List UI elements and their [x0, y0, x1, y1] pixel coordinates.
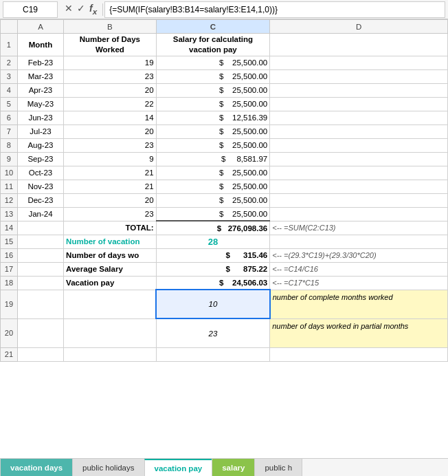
cell-d5[interactable]	[270, 97, 448, 111]
tab-vacation-days[interactable]: vacation days	[0, 459, 73, 476]
cell-a20[interactable]	[17, 318, 63, 347]
confirm-icon[interactable]: ✓	[77, 3, 85, 16]
cell-d10[interactable]	[270, 166, 448, 180]
cell-c12[interactable]: $ 25,500.00	[156, 193, 270, 207]
cell-c6[interactable]: $ 12,516.39	[156, 111, 270, 125]
cell-d15[interactable]	[270, 235, 448, 248]
cell-d2[interactable]	[270, 56, 448, 69]
cell-d17[interactable]: <-- =C14/C16	[270, 262, 448, 276]
cell-b19[interactable]	[64, 290, 157, 318]
cell-b21[interactable]	[64, 347, 157, 361]
cell-a4[interactable]: Apr-23	[17, 83, 63, 97]
cell-a1[interactable]: Month	[17, 34, 63, 56]
cell-c2[interactable]: $ 25,500.00	[156, 56, 270, 69]
cell-a13[interactable]: Jan-24	[17, 207, 63, 221]
cell-d16[interactable]: <-- =(29.3*C19)+(29.3/30*C20)	[270, 248, 448, 262]
cell-b5[interactable]: 22	[64, 97, 157, 111]
cancel-icon[interactable]: ✕	[65, 3, 73, 16]
cell-a21[interactable]	[17, 347, 63, 361]
cell-d19[interactable]: number of complete months worked	[270, 290, 448, 318]
cell-c9[interactable]: $ 8,581.97	[156, 152, 270, 166]
cell-b6[interactable]: 14	[64, 111, 157, 125]
cell-b15[interactable]: Number of vacation	[64, 235, 157, 248]
cell-d9[interactable]	[270, 152, 448, 166]
cell-b3[interactable]: 23	[64, 69, 157, 83]
cell-a7[interactable]: Jul-23	[17, 125, 63, 138]
cell-b20[interactable]	[64, 318, 157, 347]
cell-c10[interactable]: $ 25,500.00	[156, 166, 270, 180]
cell-c17[interactable]: $ 875.22	[156, 262, 270, 276]
tab-salary[interactable]: salary	[212, 459, 255, 476]
cell-a16[interactable]	[17, 248, 63, 262]
cell-a3[interactable]: Mar-23	[17, 69, 63, 83]
cell-a12[interactable]: Dec-23	[17, 193, 63, 207]
cell-b9[interactable]: 9	[64, 152, 157, 166]
cell-b18[interactable]: Vacation pay	[64, 276, 157, 290]
cell-b16[interactable]: Number of days wo	[64, 248, 157, 262]
function-icon[interactable]: fx	[89, 3, 97, 16]
cell-d12[interactable]	[270, 193, 448, 207]
row-num-5: 5	[1, 97, 18, 111]
cell-d13[interactable]	[270, 207, 448, 221]
cell-d20[interactable]: number of days worked in partial months	[270, 318, 448, 347]
cell-a8[interactable]: Aug-23	[17, 138, 63, 152]
cell-b17[interactable]: Average Salary	[64, 262, 157, 276]
cell-a5[interactable]: May-23	[17, 97, 63, 111]
cell-d4[interactable]	[270, 83, 448, 97]
col-header-d[interactable]: D	[270, 20, 448, 34]
cell-a11[interactable]: Nov-23	[17, 180, 63, 193]
cell-a10[interactable]: Oct-23	[17, 166, 63, 180]
row-num-1: 1	[1, 34, 18, 56]
col-header-a[interactable]: A	[17, 20, 63, 34]
cell-b7[interactable]: 20	[64, 125, 157, 138]
cell-d6[interactable]	[270, 111, 448, 125]
cell-reference-box[interactable]	[3, 1, 58, 18]
cell-c14[interactable]: $ 276,098.36	[156, 221, 270, 235]
cell-b8[interactable]: 23	[64, 138, 157, 152]
cell-d14[interactable]: <-- =SUM(C2:C13)	[270, 221, 448, 235]
cell-c5[interactable]: $ 25,500.00	[156, 97, 270, 111]
col-header-c[interactable]: C	[156, 20, 270, 34]
cell-b11[interactable]: 21	[64, 180, 157, 193]
cell-a9[interactable]: Sep-23	[17, 152, 63, 166]
cell-c8[interactable]: $ 25,500.00	[156, 138, 270, 152]
cell-c19[interactable]: 10	[156, 290, 270, 318]
cell-d18[interactable]: <-- =C17*C15	[270, 276, 448, 290]
cell-d1[interactable]	[270, 34, 448, 56]
formula-input[interactable]	[104, 1, 445, 18]
cell-d7[interactable]	[270, 125, 448, 138]
cell-c15[interactable]: 28	[156, 235, 270, 248]
cell-b2[interactable]: 19	[64, 56, 157, 69]
tab-public-holidays[interactable]: public holidays	[72, 459, 144, 476]
cell-b12[interactable]: 20	[64, 193, 157, 207]
tab-public-h[interactable]: public h	[254, 459, 302, 476]
cell-b13[interactable]: 23	[64, 207, 157, 221]
cell-a17[interactable]	[17, 262, 63, 276]
cell-d21[interactable]	[270, 347, 448, 361]
cell-a14[interactable]	[17, 221, 63, 235]
tab-vacation-pay[interactable]: vacation pay	[144, 459, 213, 476]
cell-c3[interactable]: $ 25,500.00	[156, 69, 270, 83]
cell-d8[interactable]	[270, 138, 448, 152]
cell-d3[interactable]	[270, 69, 448, 83]
cell-c7[interactable]: $ 25,500.00	[156, 125, 270, 138]
cell-c18[interactable]: $ 24,506.03	[156, 276, 270, 290]
cell-c21[interactable]	[156, 347, 270, 361]
cell-c1[interactable]: Salary for calculating vacation pay	[156, 34, 270, 56]
cell-a19[interactable]	[17, 290, 63, 318]
cell-d11[interactable]	[270, 180, 448, 193]
col-header-b[interactable]: B	[64, 20, 157, 34]
cell-b14[interactable]: TOTAL:	[64, 221, 157, 235]
cell-b4[interactable]: 20	[64, 83, 157, 97]
cell-c4[interactable]: $ 25,500.00	[156, 83, 270, 97]
cell-a2[interactable]: Feb-23	[17, 56, 63, 69]
cell-a6[interactable]: Jun-23	[17, 111, 63, 125]
cell-c16[interactable]: $ 315.46	[156, 248, 270, 262]
cell-b10[interactable]: 21	[64, 166, 157, 180]
cell-a15[interactable]	[17, 235, 63, 248]
cell-c13[interactable]: $ 25,500.00	[156, 207, 270, 221]
cell-b1[interactable]: Number of Days Worked	[64, 34, 157, 56]
cell-a18[interactable]	[17, 276, 63, 290]
cell-c20[interactable]: 23	[156, 318, 270, 347]
cell-c11[interactable]: $ 25,500.00	[156, 180, 270, 193]
